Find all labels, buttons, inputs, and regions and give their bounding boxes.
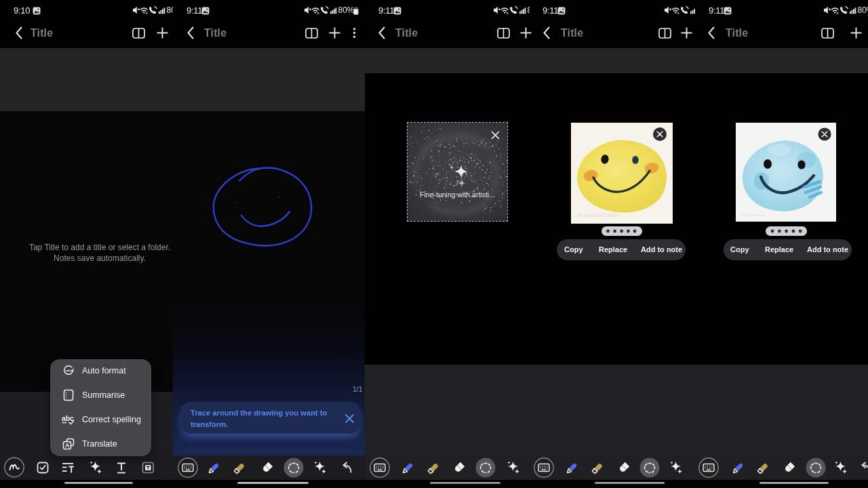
svg-text:AI-generated: AI-generated [741,213,764,217]
svg-text:80%: 80% [858,5,868,15]
svg-text:A: A [65,442,69,449]
svg-text:80%: 80% [528,5,530,15]
svg-text:ab: ab [62,414,70,422]
svg-text:80%: 80% [167,5,174,15]
svg-text:AI-generated content: AI-generated content [578,213,619,218]
svg-text:80%: 80% [338,5,355,15]
